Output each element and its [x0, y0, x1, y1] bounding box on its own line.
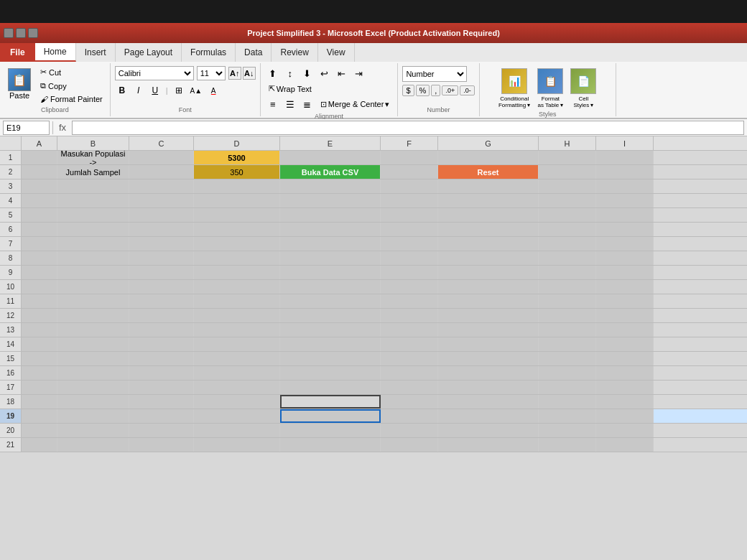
cell-e10[interactable]	[280, 280, 381, 294]
cell-g1[interactable]	[438, 151, 539, 164]
cell-e16[interactable]	[280, 366, 381, 380]
cell-e1[interactable]	[280, 151, 381, 164]
cell-i20[interactable]	[596, 424, 654, 437]
cell-d14[interactable]	[194, 337, 280, 351]
cell-g6[interactable]	[438, 223, 539, 236]
cell-a2[interactable]	[22, 165, 57, 179]
window-control-1[interactable]	[4, 28, 14, 38]
cell-f1[interactable]	[381, 151, 438, 164]
cell-d19[interactable]	[194, 409, 280, 423]
cell-i11[interactable]	[596, 294, 654, 308]
cell-a18[interactable]	[22, 395, 57, 409]
cell-d13[interactable]	[194, 323, 280, 337]
cell-i19[interactable]	[596, 409, 654, 423]
menu-insert[interactable]: Insert	[76, 43, 116, 62]
cell-e5[interactable]	[280, 208, 381, 222]
cell-f14[interactable]	[381, 337, 438, 351]
cell-g21[interactable]	[438, 438, 539, 452]
cell-i7[interactable]	[596, 237, 654, 251]
cell-b13[interactable]	[57, 323, 129, 337]
cell-c19[interactable]	[129, 409, 194, 423]
window-control-2[interactable]	[16, 28, 26, 38]
cell-g10[interactable]	[438, 280, 539, 294]
cell-a13[interactable]	[22, 323, 57, 337]
cell-h9[interactable]	[539, 266, 596, 279]
cell-g12[interactable]	[438, 309, 539, 322]
indent-increase-button[interactable]: ⇥	[351, 66, 367, 80]
percent-button[interactable]: %	[416, 85, 430, 96]
cell-c17[interactable]	[129, 381, 194, 394]
cell-e8[interactable]	[280, 251, 381, 265]
cell-d3[interactable]	[194, 179, 280, 193]
formula-input[interactable]	[72, 121, 744, 135]
col-header-c[interactable]: C	[129, 136, 194, 150]
cell-d9[interactable]	[194, 266, 280, 279]
cell-h7[interactable]	[539, 237, 596, 251]
cell-i3[interactable]	[596, 179, 654, 193]
borders-button[interactable]: ⊞	[172, 83, 186, 98]
format-painter-button[interactable]: 🖌 Format Painter	[37, 93, 106, 105]
col-header-h[interactable]: H	[539, 136, 596, 150]
cell-b17[interactable]	[57, 381, 129, 394]
cell-c9[interactable]	[129, 266, 194, 279]
cell-f20[interactable]	[381, 424, 438, 437]
cell-d18[interactable]	[194, 395, 280, 409]
cell-a17[interactable]	[22, 381, 57, 394]
menu-review[interactable]: Review	[272, 43, 317, 62]
col-header-e[interactable]: E	[280, 136, 381, 150]
cell-h2[interactable]	[539, 165, 596, 179]
cell-d7[interactable]	[194, 237, 280, 251]
cell-c6[interactable]	[129, 223, 194, 236]
col-header-f[interactable]: F	[381, 136, 438, 150]
cell-f12[interactable]	[381, 309, 438, 322]
underline-button[interactable]: U	[148, 83, 162, 98]
align-left-button[interactable]: ≡	[265, 97, 281, 111]
align-top-button[interactable]: ⬆	[265, 66, 281, 80]
cell-i2[interactable]	[596, 165, 654, 179]
cell-f5[interactable]	[381, 208, 438, 222]
cell-c21[interactable]	[129, 438, 194, 452]
cell-e3[interactable]	[280, 179, 381, 193]
cell-h17[interactable]	[539, 381, 596, 394]
cell-a16[interactable]	[22, 366, 57, 380]
cell-b8[interactable]	[57, 251, 129, 265]
indent-decrease-button[interactable]: ⇤	[334, 66, 350, 80]
cell-f15[interactable]	[381, 352, 438, 365]
menu-formulas[interactable]: Formulas	[182, 43, 236, 62]
cell-f6[interactable]	[381, 223, 438, 236]
cell-g9[interactable]	[438, 266, 539, 279]
cell-g7[interactable]	[438, 237, 539, 251]
cell-c5[interactable]	[129, 208, 194, 222]
cell-a3[interactable]	[22, 179, 57, 193]
menu-page-layout[interactable]: Page Layout	[116, 43, 182, 62]
cell-i21[interactable]	[596, 438, 654, 452]
menu-data[interactable]: Data	[236, 43, 272, 62]
cell-g15[interactable]	[438, 352, 539, 365]
cell-h14[interactable]	[539, 337, 596, 351]
cell-b19[interactable]	[57, 409, 129, 423]
cell-b12[interactable]	[57, 309, 129, 322]
cell-f11[interactable]	[381, 294, 438, 308]
cell-h5[interactable]	[539, 208, 596, 222]
cell-i14[interactable]	[596, 337, 654, 351]
align-middle-button[interactable]: ↕	[282, 66, 298, 80]
cell-e19[interactable]	[280, 409, 381, 423]
cell-g14[interactable]	[438, 337, 539, 351]
cell-i18[interactable]	[596, 395, 654, 409]
col-header-i[interactable]: I	[596, 136, 654, 150]
cell-g18[interactable]	[438, 395, 539, 409]
cell-d20[interactable]	[194, 424, 280, 437]
cell-g2-reset[interactable]: Reset	[438, 165, 539, 179]
cell-b5[interactable]	[57, 208, 129, 222]
cell-f13[interactable]	[381, 323, 438, 337]
font-grow-button[interactable]: A↑	[228, 67, 241, 80]
align-bottom-button[interactable]: ⬇	[300, 66, 315, 80]
cell-c11[interactable]	[129, 294, 194, 308]
number-format-select[interactable]: Number General Currency Percentage	[402, 66, 467, 82]
cell-h18[interactable]	[539, 395, 596, 409]
cell-i4[interactable]	[596, 194, 654, 207]
cell-f7[interactable]	[381, 237, 438, 251]
cell-h16[interactable]	[539, 366, 596, 380]
cell-c4[interactable]	[129, 194, 194, 207]
cell-a21[interactable]	[22, 438, 57, 452]
